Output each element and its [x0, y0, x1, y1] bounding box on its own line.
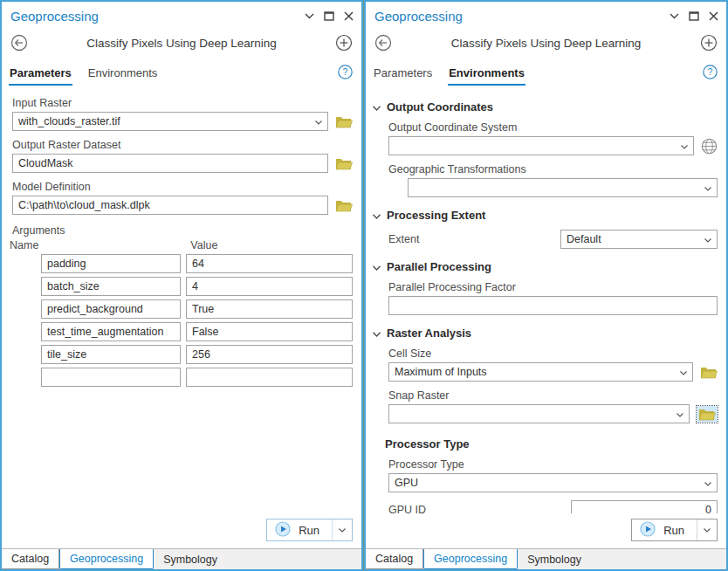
gpu-id-input[interactable] — [571, 500, 718, 513]
dock-tab-geoprocessing[interactable]: Geoprocessing — [423, 549, 518, 569]
snap-raster-combobox[interactable] — [388, 404, 690, 423]
geographic-transformations-combobox[interactable] — [408, 178, 718, 197]
argument-row — [12, 368, 353, 387]
tool-header: Classify Pixels Using Deep Learning — [2, 27, 361, 57]
dock-tab-bar: Catalog Geoprocessing Symbology — [2, 548, 361, 569]
argument-name-input[interactable] — [41, 345, 181, 364]
help-icon[interactable]: ? — [703, 65, 718, 86]
geoprocessing-panel-environments: Geoprocessing Classify Pixels Using Deep… — [364, 0, 728, 571]
globe-coordinate-icon[interactable] — [701, 138, 718, 155]
tab-environments[interactable]: Environments — [448, 64, 525, 86]
gpu-id-label: GPU ID — [388, 504, 571, 513]
dock-tab-catalog[interactable]: Catalog — [2, 549, 59, 569]
argument-name-input[interactable] — [41, 277, 181, 296]
argument-value-input[interactable] — [186, 322, 353, 341]
dock-tab-geoprocessing[interactable]: Geoprocessing — [59, 549, 154, 569]
cell-size-combobox[interactable]: Maximum of Inputs — [388, 362, 693, 382]
argument-name-input[interactable] — [41, 322, 181, 341]
section-collapse-icon — [373, 100, 381, 114]
chevron-down-icon — [310, 115, 322, 127]
argument-value-input[interactable] — [186, 254, 353, 273]
geoprocessing-panels: Geoprocessing Classify Pixels Using Deep… — [0, 0, 728, 571]
browse-folder-icon[interactable] — [700, 366, 718, 379]
browse-folder-icon[interactable] — [335, 157, 353, 170]
parameters-form: Input Raster with_clouds_raster.tif Outp… — [2, 86, 361, 513]
environments-form: Output Coordinates Output Coordinate Sys… — [366, 86, 726, 513]
extent-label: Extent — [388, 233, 560, 245]
panel-tabs: Parameters Environments ? — [2, 57, 361, 86]
back-button[interactable] — [10, 34, 28, 52]
parallel-processing-factor-input[interactable] — [388, 296, 718, 315]
output-raster-label: Output Raster Dataset — [12, 139, 353, 151]
argument-name-input[interactable] — [41, 254, 181, 273]
collapse-panel-icon[interactable] — [305, 13, 314, 19]
argument-row — [12, 277, 353, 296]
collapse-panel-icon[interactable] — [670, 13, 679, 19]
panel-title: Geoprocessing — [374, 9, 463, 24]
tool-header: Classify Pixels Using Deep Learning — [366, 27, 726, 57]
tool-title: Classify Pixels Using Deep Learning — [28, 37, 335, 50]
svg-text:?: ? — [343, 66, 348, 77]
run-button[interactable]: Run — [266, 519, 353, 541]
tool-title: Classify Pixels Using Deep Learning — [392, 37, 700, 50]
dock-tab-catalog[interactable]: Catalog — [366, 549, 423, 569]
output-coordinate-system-label: Output Coordinate System — [388, 121, 718, 134]
tab-environments[interactable]: Environments — [87, 64, 158, 86]
help-icon[interactable]: ? — [338, 65, 353, 86]
browse-folder-icon-focused[interactable] — [697, 406, 718, 423]
run-play-icon — [640, 521, 656, 540]
dock-tab-bar: Catalog Geoprocessing Symbology — [366, 548, 726, 569]
argument-name-input[interactable] — [41, 299, 181, 319]
run-options-chevron[interactable] — [697, 519, 717, 540]
model-definition-input[interactable] — [12, 196, 328, 215]
chevron-down-icon — [699, 233, 711, 245]
argument-row — [12, 299, 353, 319]
section-processing-extent[interactable]: Processing Extent — [373, 209, 718, 222]
extent-combobox[interactable]: Default — [560, 230, 718, 249]
close-panel-icon[interactable] — [709, 11, 718, 21]
section-output-coordinates[interactable]: Output Coordinates — [373, 100, 718, 114]
arguments-name-header: Name — [10, 239, 38, 251]
add-to-project-button[interactable] — [335, 34, 353, 52]
arguments-header: Name Value — [12, 239, 353, 251]
argument-name-input[interactable] — [41, 368, 181, 387]
browse-folder-icon[interactable] — [335, 115, 353, 128]
section-collapse-icon — [373, 260, 381, 273]
dock-tab-symbology[interactable]: Symbology — [518, 549, 591, 569]
argument-value-input[interactable] — [186, 299, 353, 319]
argument-value-input[interactable] — [186, 277, 353, 296]
model-definition-label: Model Definition — [12, 181, 353, 193]
panel-tabs: Parameters Environments ? — [366, 57, 726, 86]
close-panel-icon[interactable] — [344, 11, 354, 21]
chevron-down-icon — [699, 182, 711, 194]
tab-parameters[interactable]: Parameters — [9, 64, 72, 86]
add-to-project-button[interactable] — [700, 34, 718, 52]
panel-titlebar: Geoprocessing — [2, 2, 361, 27]
parallel-processing-factor-label: Parallel Processing Factor — [388, 281, 718, 293]
run-toolbar: Run — [366, 513, 726, 548]
tab-parameters[interactable]: Parameters — [373, 64, 433, 86]
dock-tab-symbology[interactable]: Symbology — [154, 549, 227, 569]
back-button[interactable] — [374, 34, 392, 52]
arguments-value-header: Value — [190, 239, 217, 251]
geographic-transformations-label: Geographic Transformations — [388, 163, 718, 175]
output-coordinate-system-combobox[interactable] — [388, 136, 694, 155]
output-raster-input[interactable] — [12, 154, 328, 173]
processor-type-combobox[interactable]: GPU — [388, 473, 718, 492]
section-collapse-icon — [373, 209, 381, 222]
browse-folder-icon[interactable] — [335, 199, 353, 212]
run-button[interactable]: Run — [631, 519, 718, 541]
run-options-chevron[interactable] — [332, 519, 352, 540]
input-raster-combobox[interactable]: with_clouds_raster.tif — [12, 112, 328, 131]
argument-value-input[interactable] — [186, 345, 353, 364]
snap-raster-label: Snap Raster — [388, 389, 718, 402]
argument-row — [12, 322, 353, 341]
argument-value-input[interactable] — [186, 368, 353, 387]
section-parallel-processing[interactable]: Parallel Processing — [373, 260, 718, 273]
processor-type-label: Processor Type — [388, 458, 718, 471]
float-panel-icon[interactable] — [689, 11, 699, 21]
run-toolbar: Run — [2, 513, 361, 548]
input-raster-label: Input Raster — [12, 97, 353, 109]
float-panel-icon[interactable] — [324, 11, 334, 21]
section-raster-analysis[interactable]: Raster Analysis — [373, 327, 718, 340]
